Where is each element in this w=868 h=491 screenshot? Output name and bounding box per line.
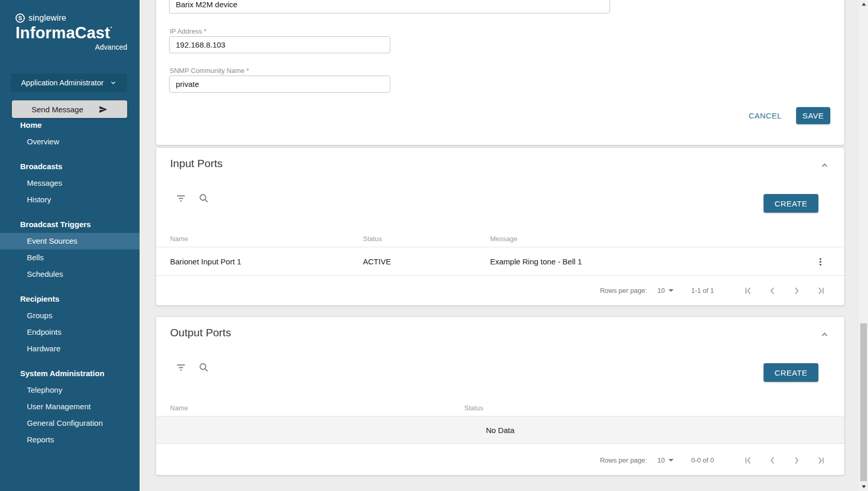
column-header-message: Message bbox=[490, 235, 517, 243]
sidebar-item-overview[interactable]: Overview bbox=[0, 133, 140, 150]
row-status-cell: ACTIVE bbox=[363, 248, 391, 276]
no-data-text: No Data bbox=[486, 426, 514, 435]
input-ports-pagination: Rows per page: 10 1-1 of 1 bbox=[156, 276, 844, 305]
output-ports-table-header: Name Status bbox=[156, 401, 844, 416]
main-content: IP Address * SNMP Community Name * CANCE… bbox=[140, 0, 859, 491]
sidebar-item-history[interactable]: History bbox=[0, 191, 140, 208]
nav-header-broadcast-triggers: Broadcast Triggers bbox=[0, 216, 140, 233]
cancel-button[interactable]: CANCEL bbox=[749, 111, 782, 120]
singlewire-logo: S singlewire InformaCast· Advanced bbox=[16, 13, 127, 51]
scrollbar-thumb[interactable] bbox=[860, 323, 867, 481]
rows-per-page-label: Rows per page: bbox=[600, 287, 647, 294]
device-form-card: IP Address * SNMP Community Name * CANCE… bbox=[156, 0, 844, 145]
snmp-community-input[interactable] bbox=[169, 76, 390, 93]
row-actions-menu-button[interactable] bbox=[814, 256, 827, 268]
sidebar-item-endpoints[interactable]: Endpoints bbox=[0, 324, 140, 340]
trademark-mark: · bbox=[110, 23, 113, 32]
sidebar-item-telephony[interactable]: Telephony bbox=[0, 382, 140, 398]
triangle-up-icon bbox=[862, 3, 866, 6]
ip-address-input[interactable] bbox=[169, 36, 390, 53]
logo-edition: Advanced bbox=[16, 43, 127, 51]
snmp-community-label: SNMP Community Name * bbox=[170, 67, 249, 75]
no-data-row: No Data bbox=[156, 416, 844, 444]
rows-per-page-select[interactable]: 10 bbox=[657, 456, 673, 464]
kebab-menu-icon bbox=[815, 257, 826, 267]
nav-header-home: Home bbox=[0, 117, 140, 133]
chevron-up-icon bbox=[820, 161, 829, 170]
rows-per-page-value: 10 bbox=[657, 287, 664, 294]
sidebar-item-messages[interactable]: Messages bbox=[0, 175, 140, 191]
save-button[interactable]: SAVE bbox=[796, 107, 830, 124]
vertical-scrollbar[interactable] bbox=[859, 0, 868, 491]
scrollbar-up-arrow[interactable] bbox=[859, 0, 868, 8]
sidebar-item-groups[interactable]: Groups bbox=[0, 307, 140, 324]
send-message-label: Send Message bbox=[32, 105, 83, 114]
singlewire-logo-icon: S bbox=[16, 13, 25, 23]
sidebar-item-user-management[interactable]: User Management bbox=[0, 398, 140, 415]
row-message-cell: Example Ring tone - Bell 1 bbox=[490, 248, 582, 276]
input-ports-card: Input Ports CREATE Name Status Message B… bbox=[156, 148, 844, 305]
device-name-input[interactable] bbox=[169, 0, 610, 13]
logo-company-name: singlewire bbox=[28, 13, 66, 23]
sidebar-item-event-sources[interactable]: Event Sources bbox=[0, 233, 140, 249]
caret-down-icon bbox=[668, 289, 674, 292]
column-header-status: Status bbox=[464, 404, 483, 412]
scrollbar-down-arrow[interactable] bbox=[859, 483, 868, 491]
input-ports-table-header: Name Status Message bbox=[156, 232, 844, 247]
nav-header-recipients: Recipients bbox=[0, 291, 140, 307]
nav-header-system-administration: System Administration bbox=[0, 365, 140, 382]
chevron-up-icon bbox=[820, 330, 829, 339]
last-page-icon[interactable] bbox=[815, 285, 827, 296]
send-message-button[interactable]: Send Message bbox=[12, 100, 127, 118]
output-ports-collapse-button[interactable] bbox=[818, 329, 831, 341]
output-ports-create-button[interactable]: CREATE bbox=[764, 363, 818, 382]
filter-icon bbox=[176, 362, 186, 373]
pagination-range: 1-1 of 1 bbox=[691, 287, 714, 294]
next-page-icon[interactable] bbox=[791, 285, 802, 296]
search-icon bbox=[199, 362, 209, 373]
filter-icon bbox=[176, 193, 186, 203]
search-icon bbox=[199, 193, 209, 203]
sidebar-item-bells[interactable]: Bells bbox=[0, 249, 140, 266]
output-ports-pagination: Rows per page: 10 0-0 of 0 bbox=[156, 445, 844, 475]
output-ports-card: Output Ports CREATE Name Status No Data … bbox=[156, 317, 844, 475]
input-ports-collapse-button[interactable] bbox=[818, 159, 831, 172]
chevron-down-icon bbox=[110, 79, 117, 86]
triangle-down-icon bbox=[862, 485, 866, 488]
rows-per-page-value: 10 bbox=[657, 456, 664, 464]
role-selector-dropdown[interactable]: Application Administrator bbox=[11, 73, 127, 92]
logo-product-name: InformaCast· bbox=[16, 24, 127, 42]
sidebar-nav: Home Overview Broadcasts Messages Histor… bbox=[0, 117, 140, 456]
send-icon bbox=[99, 105, 108, 114]
sidebar-item-general-configuration[interactable]: General Configuration bbox=[0, 415, 140, 432]
table-row[interactable]: Barionet Input Port 1 ACTIVE Example Rin… bbox=[156, 248, 844, 276]
last-page-icon[interactable] bbox=[815, 455, 827, 466]
ip-address-label: IP Address * bbox=[170, 27, 206, 35]
pagination-range: 0-0 of 0 bbox=[691, 456, 714, 464]
rows-per-page-label: Rows per page: bbox=[600, 456, 647, 464]
input-ports-title: Input Ports bbox=[170, 157, 223, 170]
column-header-status: Status bbox=[363, 235, 382, 243]
input-ports-create-button[interactable]: CREATE bbox=[764, 194, 818, 213]
first-page-icon[interactable] bbox=[742, 285, 754, 296]
filter-button[interactable] bbox=[175, 192, 187, 204]
column-header-name: Name bbox=[170, 404, 188, 412]
sidebar-item-schedules[interactable]: Schedules bbox=[0, 266, 140, 282]
first-page-icon[interactable] bbox=[742, 455, 754, 466]
output-ports-title: Output Ports bbox=[170, 326, 231, 339]
caret-down-icon bbox=[668, 459, 674, 462]
rows-per-page-select[interactable]: 10 bbox=[657, 287, 673, 294]
nav-header-broadcasts: Broadcasts bbox=[0, 158, 140, 175]
sidebar: S singlewire InformaCast· Advanced Appli… bbox=[0, 0, 140, 491]
previous-page-icon[interactable] bbox=[767, 455, 778, 466]
row-name-cell: Barionet Input Port 1 bbox=[170, 248, 241, 276]
search-button[interactable] bbox=[197, 192, 210, 204]
next-page-icon[interactable] bbox=[791, 455, 802, 466]
search-button[interactable] bbox=[197, 361, 210, 374]
previous-page-icon[interactable] bbox=[767, 285, 778, 296]
sidebar-item-reports[interactable]: Reports bbox=[0, 432, 140, 448]
filter-button[interactable] bbox=[175, 361, 187, 374]
sidebar-item-hardware[interactable]: Hardware bbox=[0, 340, 140, 357]
column-header-name: Name bbox=[170, 235, 188, 243]
role-selector-label: Application Administrator bbox=[21, 79, 104, 87]
